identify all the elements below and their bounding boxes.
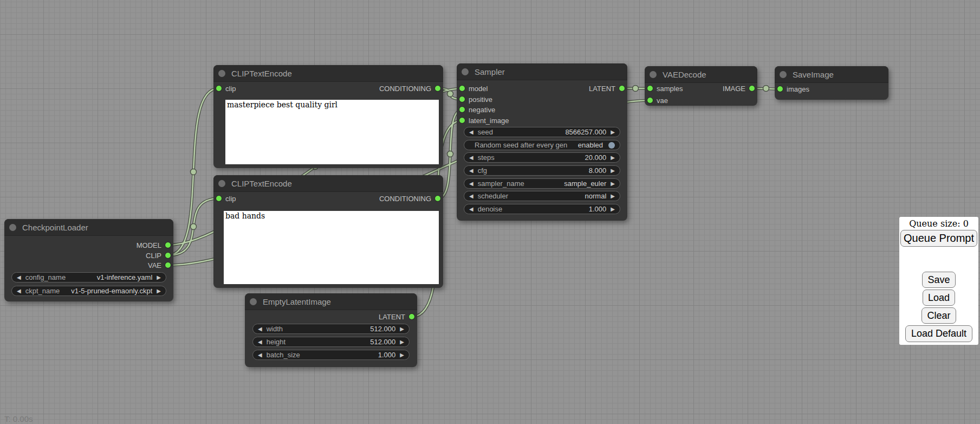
increment-arrow-icon[interactable]: ▶ — [611, 194, 615, 199]
output-slot-vae[interactable]: VAE — [148, 260, 171, 270]
increment-arrow-icon[interactable]: ▶ — [157, 288, 161, 294]
widget-scheduler[interactable]: ◀ scheduler normal ▶ — [464, 191, 620, 201]
node-checkpointloader[interactable]: CheckpointLoader MODEL CLIP VAE ◀ config… — [4, 219, 173, 301]
load-default-button[interactable]: Load Default — [905, 325, 972, 342]
collapse-toggle-icon[interactable] — [9, 224, 16, 231]
output-slot-label: IMAGE — [723, 85, 745, 93]
slot-dot-negative-input[interactable] — [459, 107, 465, 112]
node-header[interactable]: EmptyLatentImage — [245, 293, 417, 310]
widget-height[interactable]: ◀ height 512.000 ▶ — [252, 337, 410, 347]
decrement-arrow-icon[interactable]: ◀ — [469, 207, 473, 212]
collapse-toggle-icon[interactable] — [218, 180, 225, 187]
node-cliptextencode-positive[interactable]: CLIPTextEncode clip CONDITIONING masterp… — [213, 65, 443, 168]
slot-dot-conditioning-output[interactable] — [435, 86, 440, 91]
decrement-arrow-icon[interactable]: ◀ — [17, 275, 21, 280]
node-sampler[interactable]: Sampler model positive negative latent_i… — [457, 63, 627, 221]
increment-arrow-icon[interactable]: ▶ — [611, 130, 615, 135]
slot-dot-vae-input[interactable] — [647, 98, 653, 103]
slot-dot-clip-input[interactable] — [216, 86, 222, 91]
graph-canvas[interactable]: CheckpointLoader MODEL CLIP VAE ◀ config… — [0, 0, 980, 424]
output-slot-latent[interactable]: LATENT — [379, 312, 414, 322]
increment-arrow-icon[interactable]: ▶ — [611, 181, 615, 187]
input-slot-clip[interactable]: clip — [216, 194, 236, 203]
slot-dot-images-input[interactable] — [777, 86, 783, 92]
widget-cfg[interactable]: ◀ cfg 8.000 ▶ — [464, 165, 620, 176]
output-slot-conditioning[interactable]: CONDITIONING — [379, 194, 440, 203]
slot-dot-positive-input[interactable] — [459, 97, 465, 102]
decrement-arrow-icon[interactable]: ◀ — [17, 288, 21, 294]
input-slot-images[interactable]: images — [777, 84, 809, 94]
slot-dot-conditioning-output[interactable] — [435, 196, 440, 201]
increment-arrow-icon[interactable]: ▶ — [400, 326, 404, 332]
save-button[interactable]: Save — [922, 272, 955, 288]
queue-prompt-button[interactable]: Queue Prompt — [900, 230, 977, 247]
toggle-knob-icon[interactable] — [608, 142, 615, 149]
increment-arrow-icon[interactable]: ▶ — [611, 207, 615, 212]
slot-dot-model-input[interactable] — [459, 86, 465, 91]
slot-dot-latent-output[interactable] — [619, 86, 625, 91]
decrement-arrow-icon[interactable]: ◀ — [469, 194, 473, 199]
widget-config-name[interactable]: ◀ config_name v1-inference.yaml ▶ — [11, 272, 166, 282]
node-header[interactable]: CLIPTextEncode — [213, 175, 443, 192]
widget-ckpt-name[interactable]: ◀ ckpt_name v1-5-pruned-emaonly.ckpt ▶ — [11, 286, 166, 296]
node-saveimage[interactable]: SaveImage images — [775, 66, 888, 100]
decrement-arrow-icon[interactable]: ◀ — [258, 326, 262, 332]
decrement-arrow-icon[interactable]: ◀ — [258, 352, 262, 358]
widget-seed[interactable]: ◀ seed 8566257.000 ▶ — [464, 127, 620, 137]
load-button[interactable]: Load — [923, 290, 955, 306]
slot-dot-vae-output[interactable] — [165, 262, 171, 268]
node-header[interactable]: Sampler — [457, 63, 627, 80]
collapse-toggle-icon[interactable] — [462, 68, 469, 75]
increment-arrow-icon[interactable]: ▶ — [157, 275, 161, 280]
slot-dot-image-output[interactable] — [749, 86, 755, 91]
widget-random-seed-toggle[interactable]: Random seed after every gen enabled — [464, 140, 620, 150]
increment-arrow-icon[interactable]: ▶ — [400, 352, 404, 358]
decrement-arrow-icon[interactable]: ◀ — [469, 181, 473, 187]
slot-dot-latent-image-input[interactable] — [459, 118, 465, 123]
node-header[interactable]: VAEDecode — [645, 66, 757, 83]
prompt-textarea[interactable]: masterpiece best quality girl — [225, 100, 439, 164]
decrement-arrow-icon[interactable]: ◀ — [469, 155, 473, 160]
decrement-arrow-icon[interactable]: ◀ — [469, 130, 473, 135]
widget-batch-size[interactable]: ◀ batch_size 1.000 ▶ — [252, 350, 410, 360]
decrement-arrow-icon[interactable]: ◀ — [258, 339, 262, 345]
widget-steps[interactable]: ◀ steps 20.000 ▶ — [464, 152, 620, 163]
node-header[interactable]: CheckpointLoader — [4, 219, 173, 236]
prompt-textarea[interactable]: bad hands — [224, 211, 439, 284]
slot-dot-latent-output[interactable] — [409, 314, 414, 319]
output-slot-model[interactable]: MODEL — [137, 240, 171, 250]
node-vaedecode[interactable]: VAEDecode samples vae IMAGE — [645, 66, 757, 106]
input-slot-model[interactable]: model — [459, 83, 488, 93]
input-slot-negative[interactable]: negative — [459, 105, 495, 114]
collapse-toggle-icon[interactable] — [250, 298, 257, 305]
collapse-toggle-icon[interactable] — [218, 70, 225, 77]
increment-arrow-icon[interactable]: ▶ — [611, 168, 615, 174]
output-slot-conditioning[interactable]: CONDITIONING — [379, 83, 440, 93]
node-emptylatentimage[interactable]: EmptyLatentImage LATENT ◀ width 512.000 … — [245, 293, 417, 367]
widget-sampler-name[interactable]: ◀ sampler_name sample_euler ▶ — [464, 178, 620, 189]
output-slot-clip[interactable]: CLIP — [146, 250, 171, 260]
slot-dot-model-output[interactable] — [165, 242, 171, 248]
widget-width[interactable]: ◀ width 512.000 ▶ — [252, 324, 410, 334]
slot-dot-samples-input[interactable] — [647, 86, 653, 91]
input-slot-clip[interactable]: clip — [216, 83, 236, 93]
input-slot-vae[interactable]: vae — [647, 95, 668, 105]
increment-arrow-icon[interactable]: ▶ — [400, 339, 404, 345]
node-cliptextencode-negative[interactable]: CLIPTextEncode clip CONDITIONING bad han… — [213, 175, 443, 288]
input-slot-positive[interactable]: positive — [459, 94, 492, 104]
widget-denoise[interactable]: ◀ denoise 1.000 ▶ — [464, 204, 620, 214]
input-slot-latent-image[interactable]: latent_image — [459, 115, 509, 125]
output-slot-image[interactable]: IMAGE — [723, 83, 755, 93]
clear-button[interactable]: Clear — [921, 307, 956, 324]
slot-dot-clip-input[interactable] — [216, 196, 222, 201]
output-slot-latent[interactable]: LATENT — [589, 83, 625, 93]
decrement-arrow-icon[interactable]: ◀ — [469, 168, 473, 174]
input-slot-samples[interactable]: samples — [647, 83, 683, 93]
slot-dot-clip-output[interactable] — [165, 253, 171, 258]
node-header[interactable]: SaveImage — [775, 66, 888, 83]
collapse-toggle-icon[interactable] — [650, 71, 657, 78]
collapse-toggle-icon[interactable] — [780, 71, 787, 78]
menu-panel: Queue size: 0 Queue Prompt Save Load Cle… — [899, 217, 978, 345]
increment-arrow-icon[interactable]: ▶ — [611, 155, 615, 160]
node-header[interactable]: CLIPTextEncode — [213, 65, 443, 82]
